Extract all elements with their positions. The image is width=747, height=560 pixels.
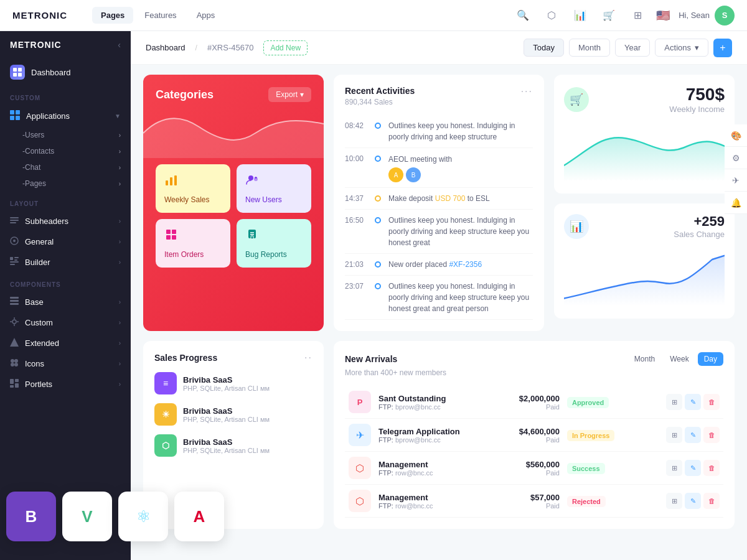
- sidebar-item-subheaders[interactable]: Subheaders ›: [0, 211, 131, 231]
- extended-arrow: ›: [119, 340, 121, 347]
- progress-logo-1: ☀: [154, 403, 177, 426]
- right-floating-icons: 🎨 ⚙ ✈ 🔔: [725, 124, 747, 214]
- framework-react[interactable]: ⚛: [118, 492, 168, 541]
- progress-info-1: Briviba SaaS PHP, SQLite, Artisan CLI мм: [183, 406, 312, 423]
- sidebar-toggle[interactable]: ‹: [118, 40, 121, 50]
- wave-chart: [143, 108, 324, 158]
- sidebar-item-dashboard[interactable]: Dashboard: [0, 58, 131, 86]
- progress-name-0: Briviba SaaS: [183, 375, 312, 385]
- arrivals-week-tab[interactable]: Week: [664, 352, 695, 366]
- sidebar-item-general[interactable]: General ›: [0, 231, 131, 252]
- copy-icon[interactable]: ⊞: [666, 460, 682, 476]
- svg-rect-35: [166, 180, 168, 185]
- framework-bootstrap[interactable]: B: [6, 492, 56, 541]
- categories-card-header: Categories Export ▾: [156, 87, 311, 102]
- avatar-2: B: [406, 167, 421, 182]
- cart-icon[interactable]: 🛒: [599, 6, 619, 26]
- general-icon: [10, 236, 19, 247]
- activity-dot: [375, 156, 381, 162]
- sidebar-item-icons[interactable]: Icons ›: [0, 353, 131, 374]
- apps-grid-icon[interactable]: ⊞: [627, 6, 647, 26]
- copy-icon[interactable]: ⊞: [666, 493, 682, 509]
- nav-tab-pages[interactable]: Pages: [92, 7, 133, 24]
- income-value-area: 750$ Weekly Income: [669, 85, 725, 114]
- edit-icon[interactable]: ✎: [685, 427, 701, 443]
- edit-icon[interactable]: ✎: [685, 394, 701, 410]
- sidebar-item-applications[interactable]: Applications ▼: [0, 105, 131, 127]
- app-icon-0: P: [349, 391, 371, 413]
- app-ftp-1: FTP: bprow@bnc.cc: [378, 436, 494, 444]
- right-send-icon[interactable]: ✈: [725, 169, 747, 192]
- add-new-button[interactable]: Add New: [263, 40, 308, 55]
- applications-label: Applications: [26, 111, 108, 121]
- right-palette-icon[interactable]: 🎨: [725, 124, 747, 147]
- framework-angular[interactable]: A: [174, 492, 224, 541]
- category-weekly-sales[interactable]: Weekly Sales: [156, 164, 230, 213]
- add-plus-button[interactable]: +: [713, 39, 732, 57]
- sidebar-item-extended[interactable]: Extended ›: [0, 333, 131, 353]
- applications-icon: [10, 110, 20, 122]
- right-settings-icon[interactable]: ⚙: [725, 147, 747, 169]
- sidebar-item-base[interactable]: Base ›: [0, 292, 131, 312]
- export-button[interactable]: Export ▾: [268, 87, 311, 102]
- sidebar-section-components: COMPONENTS: [0, 273, 131, 292]
- sidebar-sub-contacts[interactable]: - Contacts ›: [0, 143, 131, 159]
- actions-chevron-icon: ▾: [695, 43, 699, 52]
- top-nav-tabs: Pages Features Apps: [92, 7, 223, 24]
- network-icon[interactable]: ⬡: [542, 6, 561, 26]
- user-avatar: S: [715, 6, 735, 26]
- sidebar-item-builder[interactable]: Builder ›: [0, 252, 131, 273]
- stats-column: 🛒 750$ Weekly Income: [554, 75, 735, 331]
- delete-icon[interactable]: 🗑: [703, 427, 720, 443]
- edit-icon[interactable]: ✎: [685, 460, 701, 476]
- delete-icon[interactable]: 🗑: [703, 460, 720, 476]
- edit-icon[interactable]: ✎: [685, 493, 701, 509]
- actions-button[interactable]: Actions ▾: [655, 39, 708, 57]
- item-orders-label: Item Orders: [164, 250, 222, 259]
- activity-text: Make deposit USD 700 to ESL: [388, 193, 490, 204]
- period-today[interactable]: Today: [524, 39, 564, 57]
- category-bug-reports[interactable]: Bug Reports: [237, 219, 311, 268]
- nav-tab-features[interactable]: Features: [136, 7, 185, 24]
- user-info[interactable]: Hi, Sean S: [679, 6, 735, 26]
- activities-card: Recent Activities 890,344 Sales ··· 08:4…: [334, 75, 544, 331]
- sales-menu-icon[interactable]: ··: [304, 352, 312, 363]
- sidebar-sub-pages[interactable]: - Pages ›: [0, 175, 131, 192]
- sales-progress-title: Sales Progress: [154, 353, 217, 363]
- sales-change-value: +259: [674, 213, 725, 230]
- copy-icon[interactable]: ⊞: [666, 394, 682, 410]
- categories-title: Categories: [156, 88, 214, 101]
- delete-icon[interactable]: 🗑: [703, 493, 720, 509]
- activity-time: 16:50: [345, 216, 367, 248]
- search-icon[interactable]: 🔍: [513, 6, 533, 26]
- right-bell-icon[interactable]: 🔔: [725, 192, 747, 214]
- chart-icon[interactable]: 📊: [570, 6, 590, 26]
- period-month[interactable]: Month: [569, 39, 610, 57]
- language-flag[interactable]: 🇺🇸: [656, 9, 670, 22]
- activity-item-0842: 08:42 Outlines keep you honest. Indulgin…: [345, 115, 533, 148]
- sidebar-item-custom[interactable]: Custom ›: [0, 312, 131, 333]
- framework-vue[interactable]: V: [62, 492, 112, 541]
- breadcrumb-dashboard[interactable]: Dashboard: [146, 43, 186, 52]
- copy-icon[interactable]: ⊞: [666, 427, 682, 443]
- chat-chevron: ›: [119, 164, 121, 171]
- sidebar-sub-users[interactable]: - Users ›: [0, 127, 131, 143]
- delete-icon[interactable]: 🗑: [703, 394, 720, 410]
- sidebar-sub-chat[interactable]: - Chat ›: [0, 159, 131, 175]
- period-year[interactable]: Year: [615, 39, 650, 57]
- svg-rect-2: [13, 73, 17, 77]
- category-item-orders[interactable]: Item Orders: [156, 219, 230, 268]
- activities-menu-icon[interactable]: ···: [521, 86, 533, 97]
- nav-tab-apps[interactable]: Apps: [188, 7, 224, 24]
- activity-item-1000: 10:00 AEOL meeting with A B: [345, 148, 533, 188]
- app-ftp-2: FTP: row@bnc.cc: [378, 469, 494, 477]
- badge-1: In Progress: [567, 430, 615, 441]
- users-chevron: ›: [119, 132, 121, 139]
- sales-change-label: Sales Change: [674, 230, 725, 239]
- weekly-sales-label: Weekly Sales: [164, 195, 222, 204]
- category-new-users[interactable]: New Users: [237, 164, 311, 213]
- arrivals-month-tab[interactable]: Month: [628, 352, 661, 366]
- weekly-sales-icon: [164, 173, 222, 190]
- sidebar-item-portlets[interactable]: Portlets ›: [0, 374, 131, 394]
- arrivals-day-tab[interactable]: Day: [698, 352, 723, 366]
